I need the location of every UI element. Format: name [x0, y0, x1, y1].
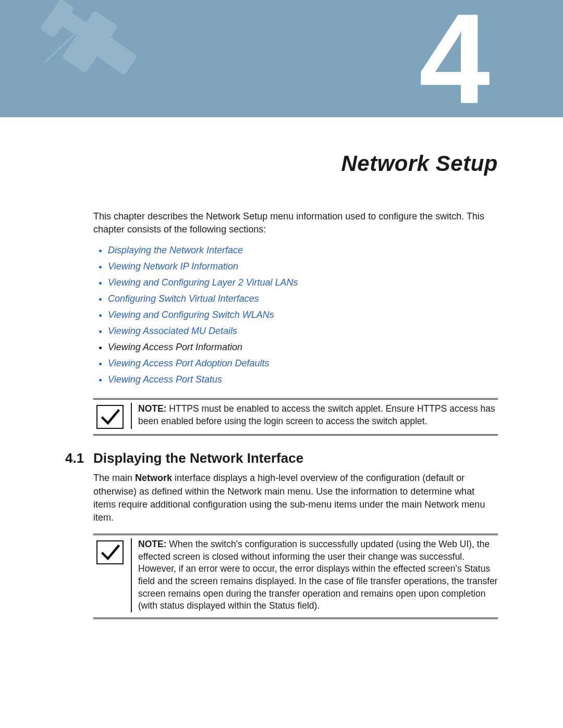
- section-body-pre: The main: [93, 473, 135, 483]
- section-link[interactable]: Viewing Access Port Adoption Defaults: [108, 356, 498, 371]
- section-link[interactable]: Viewing and Configuring Switch WLANs: [108, 308, 498, 322]
- note-text-1: NOTE: HTTPS must be enabled to access th…: [138, 403, 498, 427]
- note-label: NOTE:: [138, 539, 166, 549]
- checkmark-icon: [96, 405, 124, 429]
- checkmark-icon: [96, 540, 124, 564]
- note-label: NOTE:: [138, 403, 166, 414]
- section-link[interactable]: Configuring Switch Virtual Interfaces: [108, 292, 498, 306]
- section-number: 4.1: [65, 450, 93, 466]
- section-4-1-heading-row: 4.1 Displaying the Network Interface: [65, 450, 498, 466]
- section-link[interactable]: Viewing Network IP Information: [108, 260, 498, 274]
- chapter-title: Network Setup: [65, 151, 498, 176]
- note-block-1: NOTE: HTTPS must be enabled to access th…: [93, 398, 498, 436]
- note-block-2: NOTE: When the switch's configuration is…: [93, 534, 498, 619]
- sections-list: Displaying the Network InterfaceViewing …: [96, 243, 498, 387]
- section-heading: Displaying the Network Interface: [93, 450, 303, 466]
- intro-paragraph: This chapter describes the Network Setup…: [93, 210, 498, 236]
- banner-decoration-icon: [26, 0, 162, 117]
- section-link[interactable]: Viewing Associated MU Details: [108, 324, 498, 338]
- page-content: Network Setup This chapter describes the…: [0, 117, 563, 619]
- section-link[interactable]: Viewing and Configuring Layer 2 Virtual …: [108, 276, 498, 290]
- note-body: When the switch's configuration is succe…: [138, 539, 498, 611]
- note-text-2: NOTE: When the switch's configuration is…: [138, 538, 498, 612]
- note-body: HTTPS must be enabled to access the swit…: [138, 403, 495, 426]
- chapter-number: 4: [419, 0, 490, 117]
- section-body-keyword: Network: [135, 473, 172, 483]
- section-link[interactable]: Displaying the Network Interface: [108, 243, 498, 257]
- chapter-banner: 4: [0, 0, 563, 117]
- section-link[interactable]: Viewing Access Port Status: [108, 373, 498, 387]
- section-4-1-body: The main Network interface displays a hi…: [93, 472, 498, 524]
- section-link: Viewing Access Port Information: [108, 340, 498, 354]
